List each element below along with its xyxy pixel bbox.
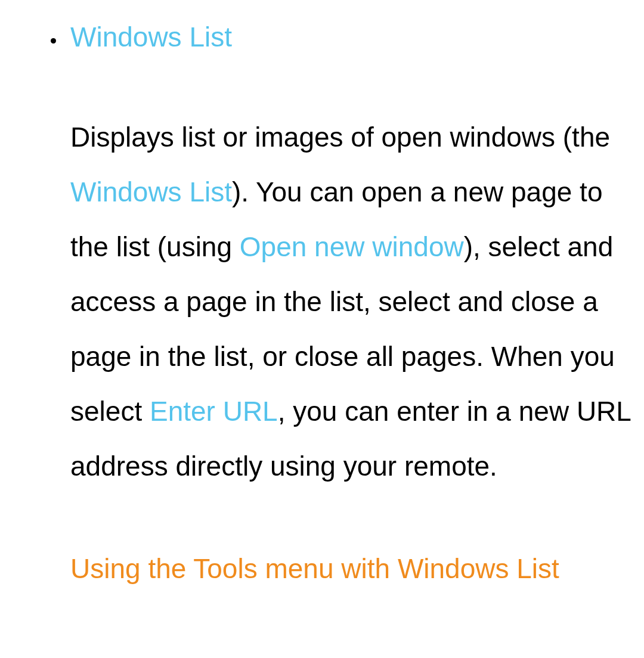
feature-list: Windows List Displays list or images of … bbox=[18, 18, 632, 596]
inline-term-enter-url: Enter URL bbox=[150, 396, 278, 427]
document-page: Windows List Displays list or images of … bbox=[0, 0, 644, 614]
item-description: Displays list or images of open windows … bbox=[70, 110, 632, 494]
inline-term-open-new-window: Open new window bbox=[240, 231, 464, 262]
subheading-tools-menu: Using the Tools menu with Windows List bbox=[70, 541, 632, 596]
item-title-windows-list: Windows List bbox=[70, 18, 632, 56]
text-segment: Displays list or images of open windows … bbox=[70, 122, 610, 153]
list-item-windows-list: Windows List Displays list or images of … bbox=[66, 18, 632, 596]
inline-term-windows-list: Windows List bbox=[70, 176, 232, 207]
